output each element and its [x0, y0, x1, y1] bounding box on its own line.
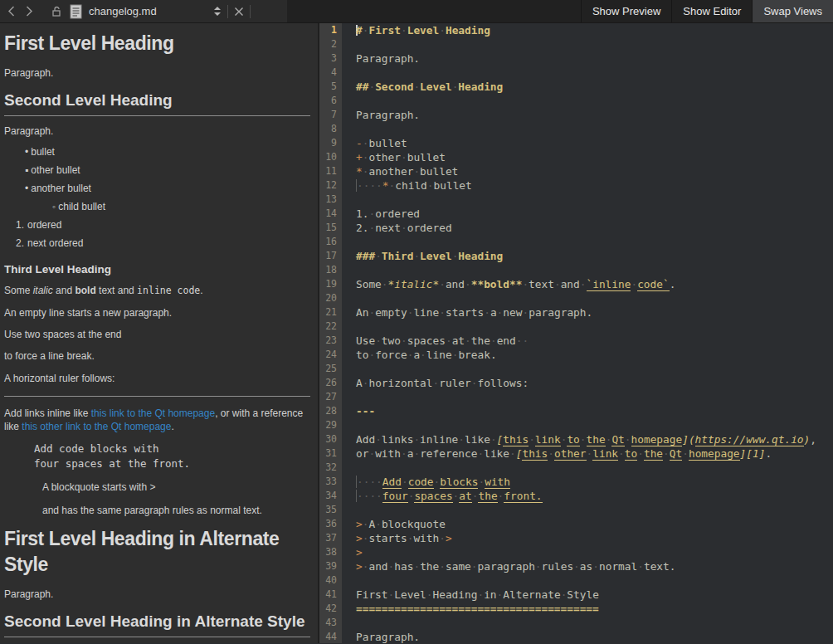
whitespace-dots: ·: [368, 349, 375, 361]
swap-views-button[interactable]: Swap Views: [752, 0, 833, 22]
code-line: >·A·blockquote: [356, 517, 833, 531]
lock-open-icon[interactable]: [51, 6, 62, 17]
underlined-word: Qt: [611, 433, 624, 446]
syntax-token: 2.·next·ordered: [356, 222, 452, 234]
whitespace-dots: ····: [357, 476, 382, 488]
blockquote-paragraph: and has the same paragraph rules as norm…: [42, 504, 310, 517]
line-number: 5: [319, 80, 337, 94]
code-line: +·other·bullet: [356, 150, 833, 164]
whitespace-dots: ·: [637, 447, 644, 460]
whitespace-dots: ····: [357, 490, 382, 502]
list-item: 1.ordered: [16, 219, 310, 231]
underlined-word: Qt: [670, 447, 682, 461]
underlined-word: to: [625, 447, 637, 461]
line-number: 21: [319, 305, 337, 320]
qt-homepage-link[interactable]: this link to the Qt homepage: [91, 407, 215, 419]
whitespace-dots: ·: [573, 560, 580, 573]
code-line: 2.·next·ordered: [356, 221, 833, 235]
whitespace-dots: ·: [407, 349, 414, 361]
back-icon[interactable]: [7, 6, 15, 17]
whitespace-dots: ·: [548, 447, 554, 460]
line-number: 23: [319, 334, 337, 348]
whitespace-dots: ·: [363, 377, 369, 389]
whitespace-dots: ·: [413, 165, 420, 178]
toolbar-separator: [250, 5, 251, 18]
document-tab-title[interactable]: changelog.md: [89, 5, 213, 17]
whitespace-dots: ·: [413, 250, 420, 262]
whitespace-dots: ·: [426, 588, 433, 601]
whitespace-dots: ·: [413, 80, 420, 93]
line-number: 11: [319, 164, 337, 178]
line-number: 18: [319, 263, 337, 277]
whitespace-dots: ·: [452, 80, 459, 93]
code-line: [356, 461, 833, 475]
code-line: First·Level·Heading·in·Alternate·Style: [356, 588, 833, 602]
whitespace-dots: ·: [368, 222, 375, 234]
whitespace-dots: ····: [357, 179, 382, 192]
whitespace-dots: ·: [363, 560, 369, 573]
whitespace-dots: ·: [413, 433, 420, 446]
preview-paragraph: Add links inline like this link to the Q…: [4, 407, 310, 433]
preview-ordered-list: 1.ordered2.next ordered: [16, 219, 310, 249]
syntax-token: ·starts·with·: [363, 532, 446, 544]
syntax-token: `inline·code`: [587, 278, 670, 291]
syntax-token: ····: [356, 490, 382, 502]
code-line: [356, 320, 833, 334]
whitespace-dots: ·: [554, 278, 561, 290]
whitespace-dots: ·: [439, 278, 446, 290]
whitespace-dots: ·: [497, 306, 504, 319]
code-line: *·another·bullet: [356, 164, 833, 178]
show-preview-button[interactable]: Show Preview: [581, 0, 671, 22]
underlined-word: homepage: [631, 433, 683, 446]
line-number: 12: [319, 178, 337, 193]
code-area[interactable]: #·First·Level·HeadingParagraph.##·Second…: [342, 23, 833, 643]
code-line: ····*·child·bullet: [356, 178, 833, 193]
document-dropdown-icon[interactable]: [213, 6, 222, 17]
preview-bullet-list: •bullet▪other bullet•another bullet◦chil…: [25, 146, 310, 212]
underlined-word: link: [592, 447, 618, 461]
syntax-token: ·another·bullet: [363, 165, 459, 178]
line-number: 41: [319, 588, 337, 602]
code-line: ---: [356, 404, 833, 418]
whitespace-dots: ·: [592, 560, 599, 573]
code-line: ======================================: [356, 602, 833, 616]
underlined-word: https://www.qt.io: [695, 433, 804, 446]
line-number: 35: [319, 503, 337, 517]
preview-paragraph: to force a line break.: [4, 349, 310, 363]
markdown-source-editor[interactable]: 1234567891011121314151617181920212223242…: [319, 23, 833, 643]
forward-icon[interactable]: [26, 6, 33, 17]
code-line: [356, 418, 833, 432]
whitespace-dots: ·: [363, 24, 369, 37]
preview-heading: Second Level Heading: [4, 91, 310, 116]
show-editor-button[interactable]: Show Editor: [671, 0, 752, 22]
number-marker: 2.: [16, 237, 24, 249]
underlined-word: spaces: [414, 490, 452, 503]
whitespace-dots: ·: [471, 560, 478, 573]
markdown-editor-window: changelog.md Show Preview Show Editor Sw…: [0, 0, 833, 644]
preview-paragraph: Paragraph.: [4, 66, 310, 80]
underlined-word: at: [459, 490, 471, 503]
code-line: [356, 503, 833, 517]
syntax-token: .: [670, 278, 676, 290]
whitespace-dots: ·: [402, 476, 408, 488]
code-line: [356, 235, 833, 249]
code-line: [356, 573, 833, 588]
syntax-token: First·Level·Heading·in·Alternate·Style: [356, 588, 599, 601]
line-number: 38: [319, 545, 337, 559]
whitespace-dots: ·: [452, 250, 459, 262]
line-number: 22: [319, 320, 337, 334]
whitespace-dots: ·: [637, 560, 644, 573]
qt-homepage-link[interactable]: this other link to the Qt homepage: [22, 421, 171, 432]
syntax-token: ](: [682, 433, 694, 446]
close-document-icon[interactable]: [234, 7, 244, 17]
code-line: Some·*italic*·and·**bold**·text·and·`inl…: [356, 277, 833, 291]
whitespace-dots: ·: [401, 222, 407, 234]
code-line: 1.·ordered: [356, 207, 833, 221]
markdown-preview-pane[interactable]: First Level HeadingParagraph.Second Leve…: [0, 23, 318, 643]
line-number: 4: [319, 66, 337, 80]
preview-heading: Second Level Heading in Alternate Style: [4, 612, 310, 637]
syntax-token: to·force·a·line·break.: [356, 349, 497, 361]
code-line: >: [356, 545, 833, 559]
whitespace-dots: ·: [375, 334, 382, 347]
code-line: [356, 94, 833, 108]
